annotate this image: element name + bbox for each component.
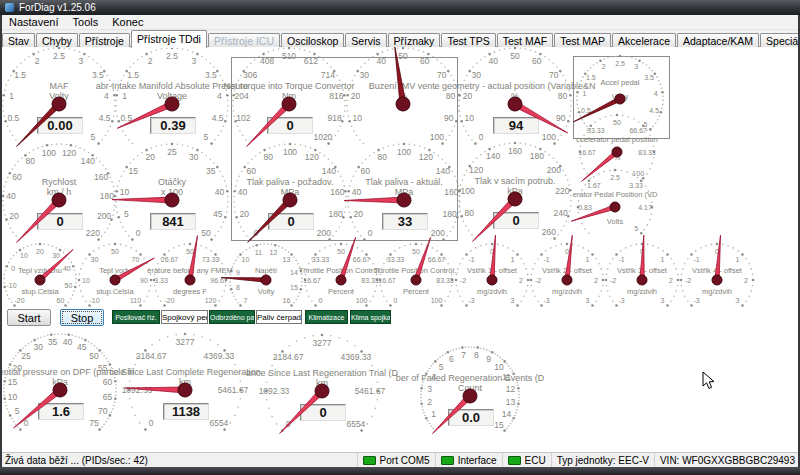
svg-text:2: 2 (148, 56, 153, 66)
svg-text:25: 25 (21, 351, 31, 361)
title-bar[interactable]: ForDiag v1.25.06 (0, 0, 800, 15)
tab-priznaky[interactable]: Příznaky (388, 33, 441, 48)
gauge-unit: mg/zdvih (702, 287, 732, 296)
svg-text:1: 1 (586, 256, 590, 263)
svg-text:7: 7 (244, 297, 248, 304)
svg-text:13: 13 (283, 256, 291, 263)
svg-text:4: 4 (217, 91, 222, 101)
svg-text:15: 15 (290, 284, 298, 291)
svg-text:50: 50 (186, 248, 194, 255)
status-indicators: Port COM5InterfaceECU (357, 453, 551, 467)
svg-text:220: 220 (555, 186, 569, 196)
svg-text:-1: -1 (618, 256, 624, 263)
tab-pristroje-tddi[interactable]: Přístroje TDdi (131, 30, 207, 48)
app-icon (5, 3, 14, 12)
gauge-name: Tlak paliva - aktuál. (365, 177, 443, 187)
gauge-name: Tlak v sacím potrub. (474, 176, 555, 186)
gauge-hub (336, 275, 346, 285)
svg-text:260: 260 (542, 227, 556, 237)
svg-text:0: 0 (11, 265, 15, 272)
button-klimatizace[interactable]: Klimatizace (305, 310, 348, 324)
gauge-unit: Volty (258, 287, 274, 296)
gauge-value-box: 0 (267, 117, 313, 134)
svg-text:2: 2 (427, 397, 432, 407)
gauge-unit: Volts (607, 217, 623, 226)
svg-text:-2: -2 (460, 277, 466, 284)
svg-text:60: 60 (12, 172, 22, 182)
svg-text:-2: -2 (535, 277, 541, 284)
svg-text:40: 40 (6, 191, 16, 201)
gauge-value-box: 94 (493, 117, 539, 134)
button-stop[interactable]: Stop (60, 309, 104, 326)
tab-test-tps[interactable]: Test TPS (441, 33, 495, 48)
tab-pristroje-icu[interactable]: Přístroje ICU (208, 33, 280, 48)
svg-text:0: 0 (286, 419, 291, 429)
svg-text:240: 240 (554, 208, 568, 218)
svg-text:20: 20 (9, 211, 19, 221)
svg-text:10: 10 (494, 362, 504, 372)
svg-text:1: 1 (736, 256, 740, 263)
svg-text:3: 3 (661, 297, 665, 304)
svg-text:14: 14 (290, 269, 298, 276)
gauge-name: e geometry - actual position (Variable&N (435, 81, 596, 91)
gauge-name: Vstřik 3 - offset (617, 266, 667, 275)
tab-servis[interactable]: Servis (345, 33, 386, 48)
svg-text:50: 50 (89, 351, 99, 361)
svg-text:0: 0 (479, 132, 484, 142)
button-posilovac-riz[interactable]: Posilovač říz. (112, 310, 160, 324)
tab-pristroje[interactable]: Přístroje (79, 33, 130, 48)
svg-text:66.67: 66.67 (353, 256, 371, 263)
tab-adaptace-kam[interactable]: Adaptace/KAM (677, 33, 759, 48)
svg-text:7: 7 (461, 350, 466, 360)
svg-text:100: 100 (356, 297, 368, 304)
svg-text:6: 6 (449, 354, 454, 364)
svg-text:2: 2 (519, 277, 523, 284)
tab-test-maf[interactable]: Test MAF (497, 33, 553, 48)
menu-item-nastaveni[interactable]: Nastavení (2, 15, 66, 29)
tab-test-map[interactable]: Test MAP (554, 33, 611, 48)
svg-text:5: 5 (124, 209, 129, 219)
button-odbrzdeno-pa[interactable]: Odbrzděno pa. (209, 310, 255, 324)
button-paliv-cerpadlo[interactable]: Paliv čerpadlo (256, 310, 302, 324)
button-start[interactable]: Start (7, 309, 51, 326)
gauge-name: Tepl vzduchu (18, 266, 62, 275)
svg-text:45: 45 (77, 342, 87, 352)
tab-special[interactable]: Speciál (760, 33, 800, 48)
svg-text:2: 2 (594, 277, 598, 284)
svg-text:180: 180 (100, 191, 114, 201)
button-spojkovy-ped[interactable]: Spojkový ped. (161, 310, 208, 324)
gauge-hub (637, 275, 647, 285)
tab-osciloskop[interactable]: Osciloskop (281, 33, 344, 48)
menu-item-tools[interactable]: Tools (66, 15, 106, 29)
tab-chyby[interactable]: Chyby (36, 33, 78, 48)
svg-text:9: 9 (236, 269, 240, 276)
svg-text:20: 20 (145, 152, 155, 162)
svg-text:33.33: 33.33 (312, 256, 330, 263)
tab-akcelerace[interactable]: Akcelerace (612, 33, 676, 48)
svg-text:9: 9 (486, 354, 491, 364)
button-klima-spojka[interactable]: Klima spojka (350, 310, 391, 324)
status-bar: Živá data běží ... (PIDs/sec.: 42) Port … (0, 452, 800, 467)
gauge-unit: degrees F (173, 287, 207, 296)
svg-text:96.67: 96.67 (210, 277, 228, 284)
svg-text:40: 40 (63, 337, 73, 347)
svg-text:4.5: 4.5 (212, 113, 224, 123)
svg-text:1.5: 1.5 (14, 70, 26, 80)
gauge-unit: % (511, 91, 519, 101)
status-led-port (363, 456, 376, 465)
svg-text:1: 1 (511, 256, 515, 263)
gauge-name: Vstřik 2 - offset (542, 266, 592, 275)
svg-text:4369.33: 4369.33 (341, 352, 372, 362)
svg-text:2: 2 (35, 56, 40, 66)
svg-text:1: 1 (122, 91, 127, 101)
gauge-value-box: 0.39 (150, 117, 196, 134)
svg-text:180: 180 (530, 151, 544, 161)
svg-text:3: 3 (586, 297, 590, 304)
svg-text:4: 4 (104, 91, 109, 101)
gauge-unit: x 100 (161, 187, 183, 197)
svg-text:30: 30 (52, 252, 60, 259)
menu-item-konec[interactable]: Konec (105, 15, 150, 29)
gauge-name: ber of Failed Regeneration Events (D (396, 373, 545, 383)
gauge-value-box: 33 (382, 213, 428, 230)
tab-stav[interactable]: Stav (2, 33, 35, 48)
